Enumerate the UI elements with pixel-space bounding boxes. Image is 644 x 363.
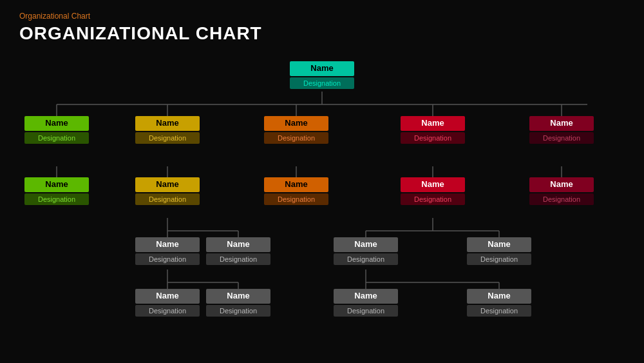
- l4-2-name: Name: [206, 289, 270, 304]
- l2-4-designation: Designation: [401, 193, 465, 205]
- l2-node-2: Name Designation: [135, 177, 200, 205]
- l3-3-name: Name: [334, 237, 398, 252]
- connectors: [0, 58, 644, 363]
- l4-node-3: Name Designation: [334, 289, 398, 317]
- l3-node-2: Name Designation: [206, 237, 270, 265]
- l3-3-designation: Designation: [334, 253, 398, 265]
- l1-3-designation: Designation: [264, 132, 328, 144]
- l2-1-name: Name: [24, 177, 89, 192]
- l1-1-designation: Designation: [24, 132, 89, 144]
- l4-1-designation: Designation: [135, 305, 200, 317]
- l2-node-1: Name Designation: [24, 177, 89, 205]
- l2-node-4: Name Designation: [401, 177, 465, 205]
- l2-5-designation: Designation: [529, 193, 594, 205]
- l2-3-designation: Designation: [264, 193, 328, 205]
- l4-node-4: Name Designation: [467, 289, 531, 317]
- l2-4-name: Name: [401, 177, 465, 192]
- l2-5-name: Name: [529, 177, 594, 192]
- header-title: ORGANIZATIONAL CHART: [19, 23, 625, 44]
- l1-4-designation: Designation: [401, 132, 465, 144]
- l1-5-name: Name: [529, 116, 594, 131]
- l2-2-designation: Designation: [135, 193, 200, 205]
- l1-1-name: Name: [24, 116, 89, 131]
- l1-node-5: Name Designation: [529, 116, 594, 144]
- l4-3-name: Name: [334, 289, 398, 304]
- l3-2-name: Name: [206, 237, 270, 252]
- l4-2-designation: Designation: [206, 305, 270, 317]
- chart-area: Name Designation Name Designation Name D…: [0, 58, 644, 363]
- root-designation: Designation: [290, 77, 354, 89]
- l1-node-3: Name Designation: [264, 116, 328, 144]
- l3-1-name: Name: [135, 237, 200, 252]
- l1-2-designation: Designation: [135, 132, 200, 144]
- l4-4-designation: Designation: [467, 305, 531, 317]
- l1-3-name: Name: [264, 116, 328, 131]
- l1-2-name: Name: [135, 116, 200, 131]
- l1-node-2: Name Designation: [135, 116, 200, 144]
- l4-3-designation: Designation: [334, 305, 398, 317]
- l3-node-4: Name Designation: [467, 237, 531, 265]
- l2-1-designation: Designation: [24, 193, 89, 205]
- root-node: Name Designation: [290, 61, 354, 89]
- root-name: Name: [290, 61, 354, 76]
- l3-4-designation: Designation: [467, 253, 531, 265]
- l2-node-5: Name Designation: [529, 177, 594, 205]
- header-subtitle: Organizational Chart: [19, 12, 625, 21]
- l2-3-name: Name: [264, 177, 328, 192]
- l1-node-4: Name Designation: [401, 116, 465, 144]
- l3-2-designation: Designation: [206, 253, 270, 265]
- l2-node-3: Name Designation: [264, 177, 328, 205]
- l1-5-designation: Designation: [529, 132, 594, 144]
- l4-4-name: Name: [467, 289, 531, 304]
- header: Organizational Chart ORGANIZATIONAL CHAR…: [0, 0, 644, 50]
- l4-node-1: Name Designation: [135, 289, 200, 317]
- l3-1-designation: Designation: [135, 253, 200, 265]
- l3-4-name: Name: [467, 237, 531, 252]
- l2-2-name: Name: [135, 177, 200, 192]
- l3-node-3: Name Designation: [334, 237, 398, 265]
- l3-node-1: Name Designation: [135, 237, 200, 265]
- l4-node-2: Name Designation: [206, 289, 270, 317]
- l4-1-name: Name: [135, 289, 200, 304]
- l1-4-name: Name: [401, 116, 465, 131]
- l1-node-1: Name Designation: [24, 116, 89, 144]
